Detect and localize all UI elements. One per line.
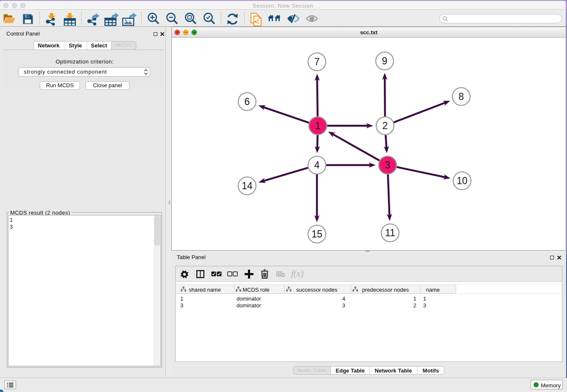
svg-text:11: 11 — [385, 227, 395, 238]
svg-text:7: 7 — [314, 56, 320, 67]
svg-text:1: 1 — [315, 120, 321, 131]
svg-text:2: 2 — [383, 120, 388, 131]
svg-text:10: 10 — [457, 175, 468, 186]
svg-text:8: 8 — [459, 91, 464, 102]
svg-text:9: 9 — [382, 55, 388, 66]
svg-text:15: 15 — [311, 229, 322, 240]
svg-text:4: 4 — [314, 160, 320, 171]
svg-text:3: 3 — [385, 160, 391, 171]
svg-text:6: 6 — [245, 96, 250, 107]
svg-text:14: 14 — [242, 180, 253, 191]
